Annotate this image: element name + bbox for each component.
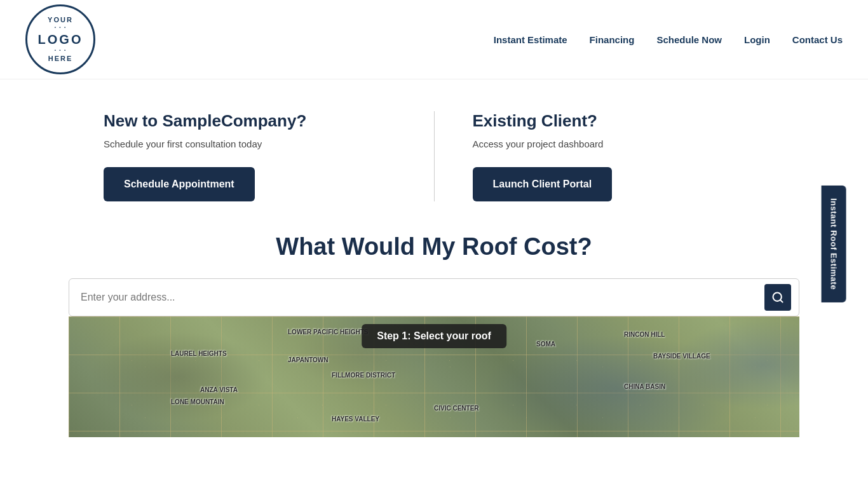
schedule-appointment-button[interactable]: Schedule Appointment [104,167,255,201]
map-label-fillmore: FILLMORE DISTRICT [332,372,395,379]
map-label-japantown: JAPANTOWN [288,356,329,363]
logo-line3: HERE [48,55,73,63]
logo-line1: YOUR [48,16,73,24]
existing-client-subtitle: Access your project dashboard [473,139,765,149]
logo-dots2: · · · [55,47,67,55]
map-container[interactable]: LAUREL HEIGHTS JAPANTOWN LOWER PACIFIC H… [69,316,799,437]
search-button[interactable] [764,284,791,311]
main-content: New to SampleCompany? Schedule your firs… [0,79,868,437]
svg-line-1 [780,300,783,302]
main-nav: Instant Estimate Financing Schedule Now … [494,34,843,45]
map-label-rincon-hill: RINCON HILL [624,331,665,338]
map-label-bayside: BAYSIDE VILLAGE [653,353,710,360]
new-client-col: New to SampleCompany? Schedule your firs… [104,111,435,201]
roof-cost-heading: What Would My Roof Cost? [64,233,804,261]
logo-dots: · · · [55,24,67,32]
map-label-hayes-valley: HAYES VALLEY [332,416,379,423]
map-wrapper: LAUREL HEIGHTS JAPANTOWN LOWER PACIFIC H… [69,316,799,437]
logo-line2: LOGO [38,32,83,47]
nav-instant-estimate[interactable]: Instant Estimate [494,34,567,45]
map-label-soma: SOMA [536,341,555,348]
nav-financing[interactable]: Financing [590,34,635,45]
new-client-title: New to SampleCompany? [104,111,396,131]
header: YOUR · · · LOGO · · · HERE Instant Estim… [0,0,868,79]
map-label-anza-vista: ANZA VISTA [200,386,238,393]
address-search-input[interactable] [77,287,764,308]
map-label-lower-pacific: LOWER PACIFIC HEIGHTS [288,329,368,336]
map-label-china-basin: CHINA BASIN [624,383,665,390]
nav-schedule-now[interactable]: Schedule Now [656,34,722,45]
nav-contact-us[interactable]: Contact Us [792,34,843,45]
map-label-civic-center: CIVIC CENTER [434,405,479,412]
existing-client-title: Existing Client? [473,111,765,131]
existing-client-col: Existing Client? Access your project das… [435,111,765,201]
new-client-subtitle: Schedule your first consultation today [104,139,396,149]
launch-client-portal-button[interactable]: Launch Client Portal [473,167,613,201]
logo[interactable]: YOUR · · · LOGO · · · HERE [25,4,95,74]
map-label-laurel-heights: LAUREL HEIGHTS [171,350,227,357]
step-tooltip: Step 1: Select your roof [362,324,506,348]
map-label-lone-mountain: LONE MOUNTAIN [171,398,224,405]
address-search-container [69,278,799,316]
search-icon [771,291,784,304]
instant-estimate-sidebar-button[interactable]: Instant Roof Estimate [821,186,846,302]
cta-section: New to SampleCompany? Schedule your firs… [53,111,815,201]
roof-cost-section: What Would My Roof Cost? LAUREL HEIGHTS … [0,233,868,437]
nav-login[interactable]: Login [744,34,770,45]
